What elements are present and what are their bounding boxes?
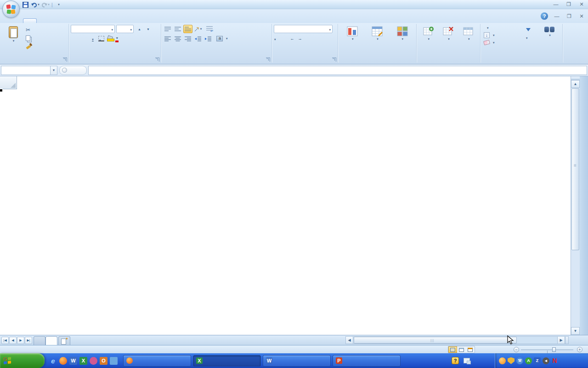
workbook-restore-button[interactable]: ❐ [565,13,573,19]
next-sheet-button[interactable]: ▶ [17,337,24,344]
tab-page-layout[interactable] [51,19,64,23]
scroll-right-button[interactable]: ▶ [557,336,565,344]
font-family-select[interactable] [71,25,115,33]
middle-align-button[interactable] [173,25,182,33]
fill-button[interactable]: ↓ [482,32,515,39]
insert-cells-button[interactable] [419,25,438,55]
format-cells-button[interactable] [459,25,478,55]
borders-button[interactable] [98,36,104,41]
prev-sheet-button[interactable]: ◀ [9,337,17,344]
select-all-corner[interactable] [0,76,17,89]
align-right-button[interactable] [183,34,192,43]
increase-decimal-button[interactable]: ← [290,36,295,41]
delete-cells-button[interactable] [439,25,458,55]
z-app-tray-icon[interactable]: Z [534,357,541,364]
messenger-icon[interactable] [110,357,118,365]
restore-button[interactable]: ❐ [565,1,572,7]
zoom-out-button[interactable]: − [514,347,519,352]
bottom-align-button[interactable] [183,25,192,33]
orientation-button[interactable] [193,25,203,33]
tools-tray-icon[interactable]: ⚒ [516,357,523,364]
save-button[interactable] [21,1,29,8]
sheet-tab-sheet1[interactable] [45,336,57,345]
vertical-scroll-thumb[interactable] [571,88,579,250]
horizontal-scrollbar[interactable]: ◀ ▶ [345,336,569,344]
undo-button[interactable] [31,1,40,8]
customize-qat-button[interactable] [55,1,63,8]
alignment-dialog-launcher[interactable] [266,58,270,62]
tab-insert[interactable] [38,19,51,23]
sheet-tab-flex-budget-key[interactable] [34,336,45,345]
cut-button[interactable]: ✂ [24,26,34,34]
decrease-indent-button[interactable] [193,34,203,43]
format-painter-button[interactable] [24,43,34,50]
align-center-button[interactable] [173,34,182,43]
task-button-powerpoint[interactable]: P [333,355,401,367]
scroll-down-button[interactable]: ▼ [571,327,580,335]
shrink-font-button[interactable]: ▼ [144,25,151,33]
security-shield-icon[interactable] [508,357,514,364]
last-sheet-button[interactable]: ▶| [25,337,32,344]
top-align-button[interactable] [163,25,172,33]
antivirus-tray-icon[interactable]: A [525,357,532,364]
vertical-split-handle[interactable] [571,76,580,80]
formula-input[interactable] [88,66,587,75]
tab-formulas[interactable] [65,19,78,23]
clipboard-dialog-launcher[interactable] [63,58,67,62]
grow-font-button[interactable]: ▲ [135,25,142,33]
conditional-formatting-button[interactable] [340,25,365,55]
vertical-scroll-track[interactable] [571,251,580,327]
zoom-slider-thumb[interactable] [552,347,556,352]
key-app-icon[interactable] [90,357,97,365]
word-icon[interactable]: W [69,357,77,365]
firefox-icon[interactable] [59,357,67,365]
ie-icon[interactable]: e [49,357,57,365]
normal-view-button[interactable] [448,346,457,353]
tab-review[interactable] [93,19,106,23]
fill-color-button[interactable] [107,36,113,41]
autosum-button[interactable] [482,26,515,30]
paste-button[interactable] [2,25,24,55]
page-layout-view-button[interactable] [457,346,466,353]
increase-indent-button[interactable] [204,34,213,43]
clear-button[interactable] [482,40,515,45]
name-box-dropdown[interactable]: ▼ [51,66,57,75]
minimize-button[interactable]: — [552,1,560,7]
cell-styles-button[interactable] [390,25,415,55]
help-tray-icon[interactable]: ? [452,357,459,364]
copy-button[interactable] [24,35,34,41]
workbook-minimize-button[interactable]: — [553,13,560,19]
selected-cell-outline[interactable] [0,89,2,91]
redo-button[interactable] [41,1,50,8]
office-button[interactable] [2,0,20,18]
underline-button[interactable] [89,35,96,42]
task-button-firefox[interactable] [123,355,191,367]
task-button-excel[interactable]: X [193,355,261,367]
font-size-select[interactable] [116,25,134,33]
find-select-button[interactable] [538,25,561,55]
font-dialog-launcher[interactable] [155,58,159,62]
workbook-close-button[interactable]: ✕ [578,13,585,19]
messenger-tray-icon[interactable] [499,357,506,364]
font-color-button[interactable] [115,35,119,42]
help-icon[interactable]: ? [541,12,548,20]
number-dialog-launcher[interactable] [332,58,336,62]
close-button[interactable]: ✕ [578,1,585,7]
zoom-slider-track[interactable] [521,350,573,350]
zoom-in-button[interactable]: + [577,347,582,352]
merge-center-button[interactable] [216,36,228,41]
task-button-word[interactable]: W [263,355,331,367]
first-sheet-button[interactable]: |◀ [1,337,9,344]
volume-icon[interactable]: ◂ [543,357,549,364]
start-button[interactable] [0,353,45,368]
scroll-left-button[interactable]: ◀ [345,336,353,344]
horizontal-scroll-track[interactable] [353,336,557,344]
desktop-windows-icon[interactable] [464,358,470,363]
scroll-up-button[interactable]: ▲ [571,80,580,88]
outlook-icon[interactable]: O [100,357,107,365]
format-as-table-button[interactable] [365,25,390,55]
name-box[interactable] [1,66,51,75]
align-left-button[interactable] [163,34,172,43]
tab-data[interactable] [79,19,92,23]
accounting-format-button[interactable] [274,35,276,42]
